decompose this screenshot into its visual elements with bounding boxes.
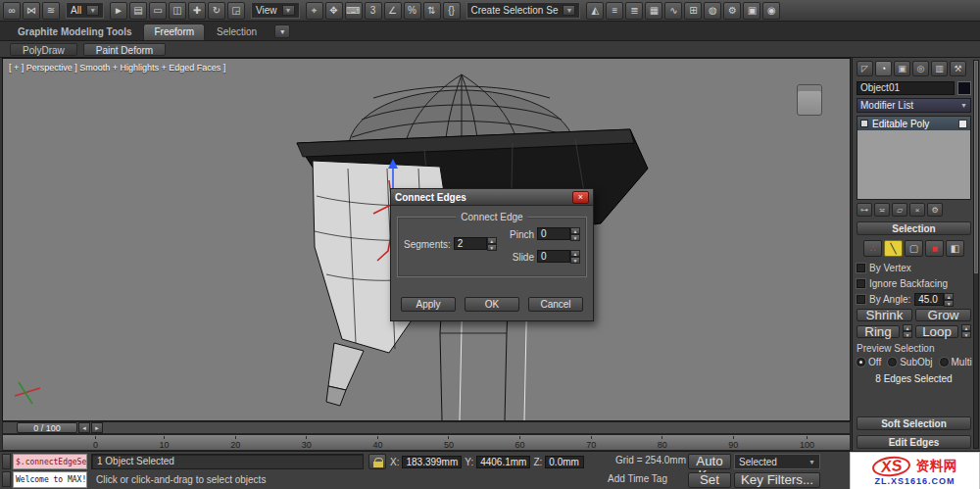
loop-spinner[interactable]: ▲▼	[961, 324, 971, 338]
spinner-down-icon[interactable]: ▼	[944, 300, 954, 307]
rendered-frame-icon[interactable]: ▣	[743, 2, 760, 20]
tab-freeform[interactable]: Freeform	[143, 24, 205, 40]
render-setup-icon[interactable]: ⚙	[723, 2, 741, 20]
utilities-tab-icon[interactable]: ⚒	[950, 61, 966, 76]
panel-scrollbar[interactable]	[973, 60, 979, 449]
element-mode-icon[interactable]: ◧	[946, 240, 964, 257]
object-name-field[interactable]: Object01	[857, 81, 955, 95]
maxscript-listener-line[interactable]: Welcome to MAX!	[13, 471, 87, 488]
snaps-toggle-icon[interactable]: 3	[365, 2, 382, 20]
soft-selection-rollout-header[interactable]: Soft Selection	[857, 416, 971, 430]
pin-stack-icon[interactable]: ⊶	[857, 203, 872, 217]
by-angle-spinner[interactable]: 45.0 ▲▼	[914, 293, 954, 307]
scrollbar-thumb[interactable]	[974, 61, 978, 273]
motion-tab-icon[interactable]: ◎	[912, 61, 929, 76]
macro-recorder-toggle-icon[interactable]	[2, 454, 11, 469]
z-coordinate-field[interactable]: 0.0mm	[545, 456, 584, 468]
auto-key-button[interactable]: Auto Key	[688, 454, 731, 469]
curve-editor-icon[interactable]: ∿	[664, 2, 682, 20]
pinch-spinner[interactable]: 0 ▲▼	[537, 227, 580, 241]
segments-spinner[interactable]: 2 ▲▼	[454, 237, 497, 251]
display-tab-icon[interactable]: ▥	[931, 61, 948, 76]
keyboard-override-icon[interactable]: ⌨	[345, 2, 363, 20]
ribbon-toggle-icon[interactable]: ▦	[645, 2, 662, 20]
use-pivot-center-icon[interactable]: ⌖	[306, 2, 323, 20]
loop-button[interactable]: Loop	[915, 325, 958, 338]
next-frame-icon[interactable]: ►	[91, 422, 103, 433]
x-coordinate-field[interactable]: 183.399mm	[402, 456, 462, 468]
preview-subobj-radio[interactable]: SubObj	[888, 357, 932, 367]
spinner-down-icon[interactable]: ▼	[570, 257, 580, 264]
selection-lock-icon[interactable]	[368, 454, 386, 469]
track-bar[interactable]: 0102030405060708090100	[2, 434, 851, 451]
edit-named-selection-sets-icon[interactable]: {}	[443, 2, 461, 20]
key-mode-dropdown[interactable]: Selected ▼	[734, 454, 820, 469]
edit-edges-rollout-header[interactable]: Edit Edges	[857, 435, 971, 449]
render-production-icon[interactable]: ◉	[762, 2, 780, 20]
macro-recorder-line[interactable]: $.connectEdgeSe	[13, 454, 87, 469]
key-filters-button[interactable]: Key Filters...	[734, 472, 820, 488]
spinner-up-icon[interactable]: ▲	[487, 237, 497, 244]
modifier-stack[interactable]: Editable Poly	[857, 116, 971, 200]
angle-snap-icon[interactable]: ∠	[384, 2, 402, 20]
polygon-mode-icon[interactable]: ■	[925, 240, 944, 257]
ignore-backfacing-checkbox[interactable]: Ignore Backfacing	[857, 277, 971, 290]
pinch-value[interactable]: 0	[537, 227, 570, 240]
slide-value[interactable]: 0	[537, 250, 570, 263]
preview-off-radio[interactable]: Off	[857, 357, 881, 367]
selection-filter-dropdown[interactable]: All ▼	[66, 2, 104, 19]
spinner-snap-icon[interactable]: ⇅	[423, 2, 441, 20]
ring-spinner[interactable]: ▲▼	[903, 324, 912, 338]
ring-button[interactable]: Ring	[857, 325, 900, 338]
tab-selection[interactable]: Selection	[207, 24, 267, 40]
configure-modifier-sets-icon[interactable]: ⚙	[927, 203, 943, 217]
select-and-move-icon[interactable]: ✚	[188, 2, 206, 20]
remove-modifier-icon[interactable]: ×	[909, 203, 925, 217]
spinner-down-icon[interactable]: ▼	[570, 234, 580, 241]
select-and-link-icon[interactable]: ∞	[3, 2, 21, 20]
grow-button[interactable]: Grow	[915, 309, 971, 321]
by-vertex-checkbox[interactable]: By Vertex	[857, 262, 971, 274]
hierarchy-tab-icon[interactable]: ▣	[894, 61, 910, 76]
border-mode-icon[interactable]: ▢	[905, 240, 923, 257]
stack-item-editable-poly[interactable]: Editable Poly	[858, 117, 970, 130]
dialog-titlebar[interactable]: Connect Edges ×	[391, 189, 593, 206]
make-unique-icon[interactable]: ▱	[892, 203, 907, 217]
align-icon[interactable]: ≡	[606, 2, 623, 20]
show-end-result-icon[interactable]: ≍	[874, 203, 890, 217]
ok-button[interactable]: OK	[465, 297, 519, 312]
close-icon[interactable]: ×	[572, 191, 589, 204]
ribbon-minimize-icon[interactable]: ▾	[274, 24, 290, 38]
by-angle-checkbox[interactable]: By Angle: 45.0 ▲▼	[857, 293, 971, 306]
edge-mode-icon[interactable]: ╲	[884, 240, 903, 257]
add-time-tag[interactable]: Add Time Tag	[608, 473, 667, 484]
shrink-button[interactable]: Shrink	[857, 309, 912, 321]
modifier-list-dropdown[interactable]: Modifier List ▼	[857, 98, 971, 113]
schematic-view-icon[interactable]: ⊞	[684, 2, 702, 20]
modify-tab-icon[interactable]: ◔	[875, 61, 892, 76]
listener-toggle-icon[interactable]	[2, 471, 11, 487]
by-angle-value[interactable]: 45.0	[914, 293, 944, 306]
segments-value[interactable]: 2	[454, 237, 487, 250]
viewport-label[interactable]: [ + ] Perspective ] Smooth + Highlights …	[9, 63, 225, 73]
previous-frame-icon[interactable]: ◄	[78, 422, 90, 433]
tab-graphite-modeling-tools[interactable]: Graphite Modeling Tools	[8, 24, 141, 40]
time-slider-handle[interactable]: 0 / 100	[17, 422, 77, 433]
named-selection-sets-dropdown[interactable]: Create Selection Se ▼	[466, 2, 581, 19]
spinner-up-icon[interactable]: ▲	[570, 227, 580, 234]
subtab-paint-deform[interactable]: Paint Deform	[83, 43, 166, 56]
reference-coordinate-dropdown[interactable]: View ▼	[251, 2, 299, 19]
spinner-up-icon[interactable]: ▲	[944, 293, 954, 300]
time-slider-track[interactable]: 0 / 100 ◄ ►	[2, 421, 851, 434]
viewcube[interactable]	[797, 84, 822, 116]
preview-multi-radio[interactable]: Multi	[940, 357, 972, 367]
select-by-name-icon[interactable]: ▤	[129, 2, 147, 20]
selection-rollout-header[interactable]: Selection	[857, 221, 971, 235]
bind-to-spacewarp-icon[interactable]: ≋	[42, 2, 60, 20]
select-and-scale-icon[interactable]: ◲	[227, 2, 245, 20]
object-color-swatch[interactable]	[957, 81, 971, 95]
cancel-button[interactable]: Cancel	[528, 297, 583, 312]
apply-button[interactable]: Apply	[401, 297, 456, 312]
material-editor-icon[interactable]: ◍	[704, 2, 721, 20]
spinner-up-icon[interactable]: ▲	[570, 250, 580, 257]
